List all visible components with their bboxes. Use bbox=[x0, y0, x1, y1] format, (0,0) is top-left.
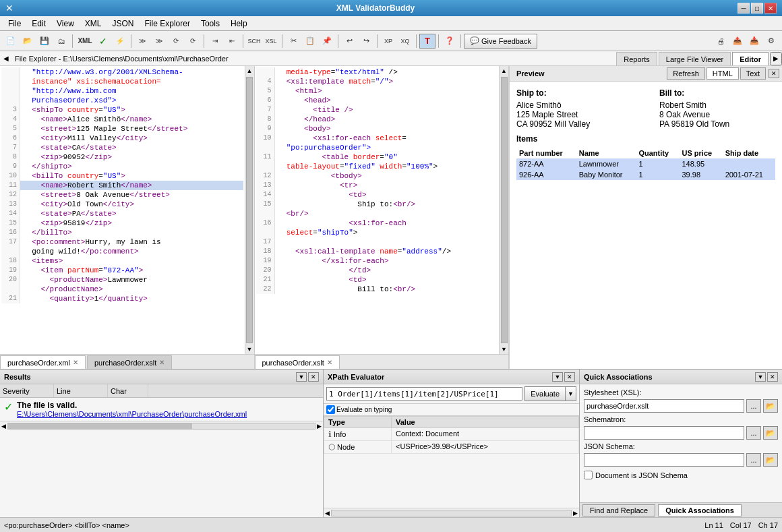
file-tab-close-xml[interactable]: ✕ bbox=[73, 359, 78, 366]
hscroll-track[interactable] bbox=[7, 423, 315, 430]
qa-minimize-btn[interactable]: ▼ bbox=[755, 372, 766, 382]
close-button[interactable]: ✕ bbox=[764, 3, 777, 13]
settings-btn[interactable]: ⚙ bbox=[763, 34, 779, 49]
nav-right-button[interactable]: ▶ bbox=[770, 52, 782, 65]
tab-reports[interactable]: Reports bbox=[616, 52, 657, 65]
file-tab-xslt-close[interactable]: ✕ bbox=[327, 359, 332, 366]
file-tab-purchase-order-xml[interactable]: purchaseOrder.xml ✕ bbox=[0, 355, 86, 369]
xpath-scroll-left[interactable]: ◀ bbox=[325, 510, 330, 516]
nav-left-button[interactable]: ◀ bbox=[0, 52, 12, 65]
qa-stylesheet-browse-btn[interactable]: ... bbox=[746, 399, 761, 413]
qa-schematron-input[interactable] bbox=[584, 426, 744, 440]
copy-btn[interactable]: 📋 bbox=[302, 34, 318, 49]
qa-schematron-open-btn[interactable]: 📂 bbox=[763, 426, 778, 440]
preview-tab-text[interactable]: Text bbox=[740, 67, 766, 80]
evaluate-button[interactable]: Evaluate bbox=[524, 386, 566, 401]
left-editor-vscroll[interactable]: ▲ ▼ bbox=[245, 66, 254, 354]
xml-btn[interactable]: XML bbox=[76, 34, 94, 49]
scroll-right-icon[interactable]: ▶ bbox=[317, 423, 322, 430]
menu-view[interactable]: View bbox=[51, 18, 80, 30]
qa-json-schema-input[interactable] bbox=[584, 453, 744, 467]
xpath-hscroll-track[interactable] bbox=[331, 510, 572, 516]
menu-xml[interactable]: XML bbox=[80, 18, 107, 30]
menu-edit[interactable]: Edit bbox=[26, 18, 51, 30]
results-hscroll[interactable]: ◀ ▶ bbox=[0, 421, 323, 430]
left-editor-content[interactable]: "http://www.w3.org/2001/XMLSchema- insta… bbox=[0, 66, 245, 305]
cut-btn[interactable]: ✂ bbox=[285, 34, 301, 49]
scroll-down-icon[interactable]: ▼ bbox=[245, 345, 254, 354]
qa-json-schema-open-btn[interactable]: 📂 bbox=[763, 453, 778, 467]
preview-tab-html[interactable]: HTML bbox=[706, 67, 739, 80]
save-all-button[interactable]: 🗂 bbox=[53, 34, 69, 49]
qa-schematron-browse-btn[interactable]: ... bbox=[746, 426, 761, 440]
xpath-close-btn[interactable]: ✕ bbox=[564, 372, 575, 382]
right-editor-content[interactable]: media-type="text/html" /> 4 <xsl:templat… bbox=[255, 66, 500, 295]
menu-help[interactable]: Help bbox=[225, 18, 253, 30]
paste-btn[interactable]: 📌 bbox=[319, 34, 335, 49]
new-file-button[interactable]: 📄 bbox=[3, 34, 19, 49]
scroll-thumb[interactable] bbox=[246, 77, 253, 343]
xpath-input[interactable] bbox=[326, 387, 522, 401]
preview-tab-refresh[interactable]: Refresh bbox=[667, 67, 705, 80]
bottom-tab-find-replace[interactable]: Find and Replace bbox=[582, 504, 655, 516]
tool4[interactable]: ≫ bbox=[151, 34, 167, 49]
file-tab-xslt[interactable]: purchaseOrder.xslt ✕ bbox=[255, 355, 340, 369]
qa-close-btn[interactable]: ✕ bbox=[767, 372, 778, 382]
import-btn[interactable]: 📥 bbox=[746, 34, 762, 49]
minimize-button[interactable]: ─ bbox=[738, 3, 750, 13]
xpath-minimize-btn[interactable]: ▼ bbox=[552, 372, 563, 382]
open-file-button[interactable]: 📂 bbox=[20, 34, 36, 49]
xpath-scroll-right[interactable]: ▶ bbox=[573, 510, 578, 516]
hscroll-thumb[interactable] bbox=[8, 423, 192, 429]
print-btn[interactable]: 🖨 bbox=[713, 34, 729, 49]
evaluate-on-typing-checkbox[interactable] bbox=[326, 405, 335, 414]
results-close-btn[interactable]: ✕ bbox=[308, 372, 319, 382]
preview-scroll[interactable]: Ship to: Alice Smithö 125 Maple Street C… bbox=[510, 82, 782, 369]
text-btn[interactable]: T bbox=[419, 34, 435, 49]
right-scroll-thumb[interactable] bbox=[501, 77, 508, 343]
export-btn[interactable]: 📤 bbox=[729, 34, 746, 49]
undo-btn[interactable]: ↩ bbox=[341, 34, 357, 49]
left-editor-scroll[interactable]: "http://www.w3.org/2001/XMLSchema- insta… bbox=[0, 66, 245, 354]
right-editor-scroll[interactable]: media-type="text/html" /> 4 <xsl:templat… bbox=[255, 66, 500, 354]
redo-btn[interactable]: ↪ bbox=[358, 34, 374, 49]
tool5[interactable]: ⟳ bbox=[168, 34, 184, 49]
evaluate-dropdown[interactable]: ▼ bbox=[566, 386, 576, 401]
xpath-btn[interactable]: XP bbox=[380, 34, 396, 49]
results-minimize-btn[interactable]: ▼ bbox=[296, 372, 307, 382]
tab-large-file-viewer[interactable]: Large File Viewer bbox=[659, 52, 731, 65]
format-btn[interactable]: ⇤ bbox=[224, 34, 240, 49]
preview-close-button[interactable]: ✕ bbox=[769, 69, 779, 78]
xpath2-btn[interactable]: XQ bbox=[397, 34, 413, 49]
menu-file[interactable]: File bbox=[3, 18, 26, 30]
validate-btn[interactable]: ✓ bbox=[95, 34, 111, 49]
file-tab-purchase-order-xslt[interactable]: purchaseOrder.xslt ✕ bbox=[87, 355, 172, 369]
menu-file-explorer[interactable]: File Explorer bbox=[140, 18, 196, 30]
xpath-hscroll[interactable]: ◀ ▶ bbox=[324, 508, 579, 517]
file-tab-close-xslt[interactable]: ✕ bbox=[159, 359, 164, 366]
validate2-btn[interactable]: ⚡ bbox=[112, 34, 128, 49]
qa-json-checkbox[interactable] bbox=[584, 471, 593, 479]
indent-btn[interactable]: ⇥ bbox=[207, 34, 223, 49]
right-editor-vscroll[interactable]: ▲ ▼ bbox=[499, 66, 508, 354]
save-file-button[interactable]: 💾 bbox=[36, 34, 53, 49]
scroll-up-icon[interactable]: ▲ bbox=[245, 66, 254, 76]
xslt-btn[interactable]: XSL bbox=[263, 34, 279, 49]
tab-editor[interactable]: Editor bbox=[732, 52, 769, 65]
qa-stylesheet-input[interactable] bbox=[584, 399, 744, 413]
right-scroll-up-icon[interactable]: ▲ bbox=[500, 66, 508, 76]
menu-json[interactable]: JSON bbox=[107, 18, 140, 30]
tool3[interactable]: ≫ bbox=[134, 34, 150, 49]
valid-path[interactable]: E:\Users\Clemens\Documents\xml\PurchaseO… bbox=[17, 410, 247, 418]
help-btn[interactable]: ❓ bbox=[442, 34, 458, 49]
maximize-button[interactable]: □ bbox=[751, 3, 763, 13]
scroll-left-icon[interactable]: ◀ bbox=[1, 423, 6, 430]
schema-btn[interactable]: SCH bbox=[246, 34, 262, 49]
tool6[interactable]: ⟳ bbox=[185, 34, 201, 49]
right-scroll-down-icon[interactable]: ▼ bbox=[500, 345, 508, 354]
qa-json-schema-browse-btn[interactable]: ... bbox=[746, 453, 761, 467]
menu-tools[interactable]: Tools bbox=[196, 18, 225, 30]
feedback-button[interactable]: 💬 Give Feedback bbox=[464, 34, 537, 49]
qa-stylesheet-open-btn[interactable]: 📂 bbox=[763, 399, 778, 413]
bottom-tab-quick-associations[interactable]: Quick Associations bbox=[658, 504, 742, 516]
